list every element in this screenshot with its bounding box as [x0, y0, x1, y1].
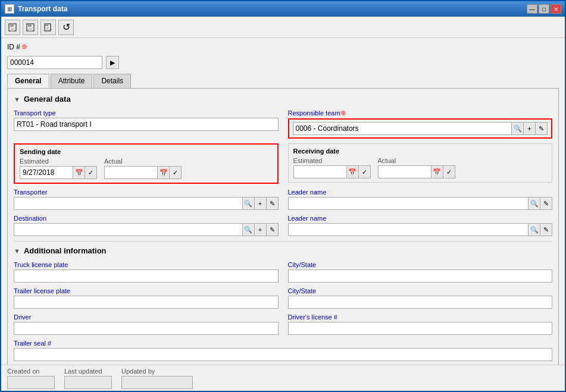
save-button-2[interactable] [23, 20, 38, 35]
trailer-license-input[interactable] [14, 296, 279, 309]
id-input[interactable] [7, 56, 102, 69]
id-required-star: ❊ [21, 43, 27, 51]
transporter-edit-button[interactable]: ✎ [267, 197, 279, 210]
sending-actual-check-button[interactable]: ✓ [170, 166, 182, 179]
leader-name-1-input[interactable] [288, 197, 529, 210]
driver-group: Driver [14, 313, 279, 335]
svg-rect-8 [46, 27, 48, 30]
receiving-estimated-input-row: 📅 ✓ [293, 165, 371, 178]
leader-name-2-label: Leader name [288, 215, 553, 222]
drivers-license-input[interactable] [288, 322, 553, 335]
additional-info-header: ▼ Additional information [14, 246, 552, 255]
responsible-team-group: Responsible team❊ 🔍 + ✎ [288, 109, 553, 139]
window-icon: ▦ [5, 4, 14, 14]
transporter-input-row: 🔍 + ✎ [14, 197, 279, 210]
trailer-seal-group: Trailer seal # [14, 340, 552, 361]
leader-name-2-input[interactable] [288, 223, 529, 236]
sending-estimated-check-button[interactable]: ✓ [85, 166, 97, 179]
sending-actual-input-row: 📅 ✓ [104, 166, 182, 179]
receiving-estimated-calendar-button[interactable]: 📅 [347, 165, 359, 178]
sending-estimated-label: Estimated [20, 158, 97, 165]
receiving-estimated-label: Estimated [293, 157, 371, 164]
close-button[interactable]: ✕ [551, 4, 561, 14]
updated-by-input [121, 376, 193, 389]
last-updated-input [64, 376, 112, 389]
destination-label: Destination [14, 215, 279, 222]
sending-estimated-input-row: 📅 ✓ [20, 166, 97, 179]
minimize-button[interactable]: — [527, 4, 537, 14]
destination-input[interactable] [14, 223, 243, 236]
additional-info-title: Additional information [24, 246, 107, 255]
title-bar-left: ▦ Transport data [5, 4, 67, 14]
tab-general[interactable]: General [7, 74, 49, 88]
leader-name-1-search-button[interactable]: 🔍 [529, 197, 540, 210]
leader-name-2-edit-button[interactable]: ✎ [540, 223, 552, 236]
sending-date-row: Estimated 📅 ✓ Actual [20, 158, 273, 179]
bottom-bar: Created on Last updated Updated by [1, 365, 565, 391]
transporter-add-button[interactable]: + [255, 197, 267, 210]
destination-add-button[interactable]: + [255, 223, 267, 236]
updated-by-field: Updated by [121, 368, 193, 389]
receiving-estimated-input[interactable] [293, 165, 347, 178]
leader-name-1-group: Leader name 🔍 ✎ [288, 189, 553, 210]
receiving-actual-input-row: 📅 ✓ [378, 165, 455, 178]
general-data-title: General data [24, 95, 71, 104]
driver-input[interactable] [14, 322, 279, 335]
content-area: ID #❊ ▶ General Attribute Details ▼ Gene… [1, 38, 565, 365]
section-divider [14, 241, 552, 242]
additional-section-collapse-icon[interactable]: ▼ [14, 247, 20, 255]
sending-actual-calendar-button[interactable]: 📅 [158, 166, 170, 179]
trailer-seal-input[interactable] [14, 348, 552, 361]
receiving-actual-check-button[interactable]: ✓ [443, 165, 455, 178]
transporter-label: Transporter [14, 189, 279, 196]
destination-edit-button[interactable]: ✎ [267, 223, 279, 236]
tab-attribute[interactable]: Attribute [51, 74, 93, 88]
refresh-button[interactable]: ↺ [58, 20, 74, 35]
city-state-1-input[interactable] [288, 269, 553, 283]
destination-search-button[interactable]: 🔍 [243, 223, 255, 236]
destination-input-row: 🔍 + ✎ [14, 223, 279, 236]
title-bar: ▦ Transport data — □ ✕ [1, 1, 565, 17]
transporter-input[interactable] [14, 197, 243, 210]
sending-actual-input[interactable] [104, 166, 158, 179]
receiving-actual-calendar-button[interactable]: 📅 [431, 165, 443, 178]
receiving-actual-group: Actual 📅 ✓ [378, 157, 455, 178]
dates-row: Sending date Estimated 📅 ✓ [14, 143, 552, 184]
last-updated-label: Last updated [64, 368, 112, 375]
transporter-search-button[interactable]: 🔍 [243, 197, 255, 210]
responsible-team-input[interactable] [293, 122, 512, 135]
transport-type-input[interactable] [14, 118, 279, 131]
sending-estimated-calendar-button[interactable]: 📅 [73, 166, 85, 179]
sending-date-group: Sending date Estimated 📅 ✓ [14, 143, 279, 184]
truck-license-input[interactable] [14, 269, 279, 283]
responsible-team-add-button[interactable]: + [524, 122, 536, 135]
section-collapse-icon[interactable]: ▼ [14, 96, 20, 103]
responsible-team-search-button[interactable]: 🔍 [512, 122, 524, 135]
truck-city-row: Truck license plate City/State [14, 261, 552, 283]
svg-rect-7 [45, 24, 48, 26]
window-title: Transport data [18, 5, 67, 13]
receiving-actual-input[interactable] [378, 165, 431, 178]
leader-name-1-label: Leader name [288, 189, 553, 196]
svg-rect-2 [11, 28, 14, 31]
tab-content: ▼ General data Transport type Responsibl… [7, 88, 559, 365]
responsible-team-edit-button[interactable]: ✎ [536, 122, 548, 135]
updated-by-label: Updated by [121, 368, 193, 375]
receiving-estimated-group: Estimated 📅 ✓ [293, 157, 371, 178]
created-on-label: Created on [7, 368, 55, 375]
id-arrow-button[interactable]: ▶ [106, 56, 119, 69]
leader-name-1-edit-button[interactable]: ✎ [540, 197, 552, 210]
maximize-button[interactable]: □ [539, 4, 549, 14]
id-row: ID #❊ [7, 43, 559, 51]
tab-details[interactable]: Details [93, 74, 131, 88]
city-state-1-group: City/State [288, 261, 553, 283]
receiving-estimated-check-button[interactable]: ✓ [359, 165, 371, 178]
main-window: ▦ Transport data — □ ✕ + ↺ ID #❊ [0, 0, 566, 392]
leader-name-2-search-button[interactable]: 🔍 [529, 223, 540, 236]
save-button-3[interactable]: + [40, 20, 56, 35]
save-button-1[interactable] [5, 20, 20, 35]
sending-estimated-input[interactable] [20, 166, 73, 179]
created-on-field: Created on [7, 368, 55, 389]
city-state-2-input[interactable] [288, 296, 553, 309]
general-data-header: ▼ General data [14, 95, 552, 104]
